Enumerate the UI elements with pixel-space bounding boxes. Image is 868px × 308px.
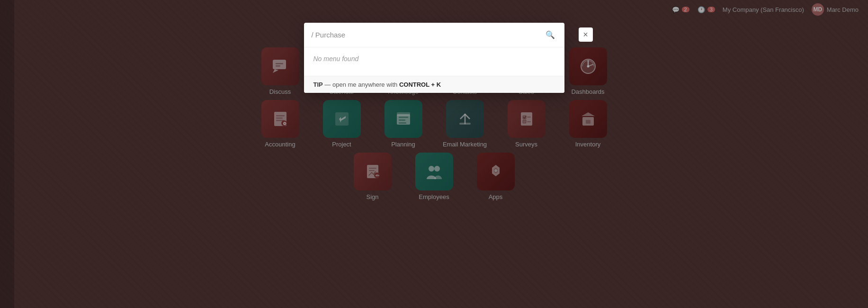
modal-close-button[interactable]: ×: [579, 27, 593, 42]
tip-label: TIP: [313, 81, 323, 88]
tip-text: — open me anywhere with: [324, 81, 399, 88]
modal-body: No menu found: [304, 47, 564, 76]
shortcut-text: CONTROL + K: [399, 81, 441, 88]
search-input[interactable]: [349, 31, 539, 39]
no-menu-text: No menu found: [313, 55, 555, 63]
search-modal: / Purchase 🔍 No menu found TIP — open me…: [304, 23, 564, 93]
tip-bar: TIP — open me anywhere with CONTROL + K: [304, 76, 564, 93]
search-icon[interactable]: 🔍: [544, 28, 557, 41]
search-bar: / Purchase 🔍: [304, 23, 564, 47]
search-modal-overlay: / Purchase 🔍 No menu found TIP — open me…: [0, 0, 868, 308]
search-prefix: / Purchase: [312, 31, 346, 39]
